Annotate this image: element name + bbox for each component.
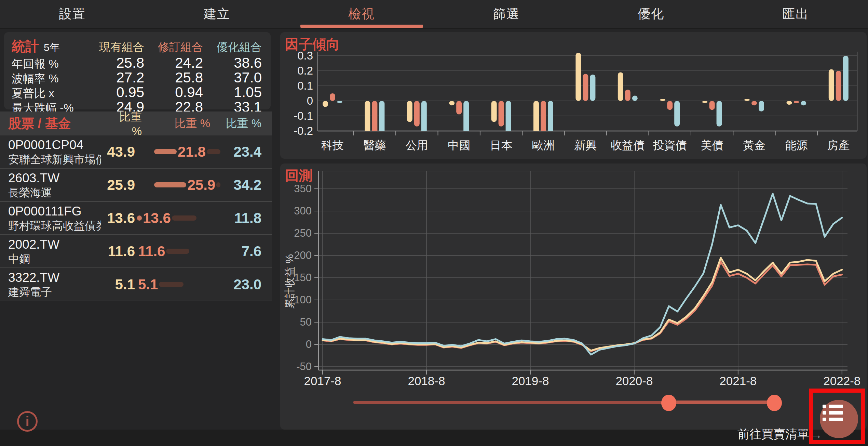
svg-text:美債: 美債 bbox=[701, 139, 723, 152]
svg-text:新興: 新興 bbox=[574, 139, 597, 152]
holding-ticker: 2002.TW bbox=[8, 237, 101, 252]
slider-track bbox=[159, 282, 184, 287]
tab-優化[interactable]: 優化 bbox=[579, 0, 723, 28]
arrow-right-icon: → bbox=[811, 428, 822, 442]
weight-current: 11.6 bbox=[101, 243, 135, 260]
stats-value: 24.2 bbox=[144, 55, 203, 71]
weight-revised-slider[interactable]: 11.6 bbox=[135, 243, 220, 260]
info-icon: i bbox=[25, 414, 29, 429]
stats-value: 1.05 bbox=[203, 84, 262, 101]
tab-篩選[interactable]: 篩選 bbox=[434, 0, 579, 28]
slider-fill bbox=[154, 149, 177, 154]
svg-text:0.1: 0.1 bbox=[297, 79, 313, 92]
tab-檢視[interactable]: 檢視 bbox=[289, 0, 434, 28]
tab-設置[interactable]: 設置 bbox=[0, 0, 145, 28]
weight-current: 13.6 bbox=[101, 210, 135, 226]
weight-header-optimized: 比重 % bbox=[210, 116, 261, 131]
tab-匯出[interactable]: 匯出 bbox=[723, 0, 868, 28]
holding-row-2603.TW[interactable]: 2603.TW長榮海運25.925.934.2 bbox=[0, 169, 272, 202]
factor-chart: 0.30.20.10-0.1-0.2科技醫藥公用中國日本歐洲新興收益債投資債美債… bbox=[280, 32, 867, 159]
stats-row: 年回報 %25.824.238.6 bbox=[12, 55, 262, 69]
go-to-trade-list-link[interactable]: 前往買賣清單 bbox=[737, 426, 809, 442]
tab-label: 建立 bbox=[204, 5, 230, 23]
slider-track bbox=[172, 215, 196, 221]
info-button[interactable]: i bbox=[17, 411, 38, 432]
svg-text:公用: 公用 bbox=[406, 139, 428, 152]
svg-text:200: 200 bbox=[294, 249, 312, 261]
date-range-handle-start[interactable] bbox=[661, 395, 676, 411]
tab-label: 優化 bbox=[638, 5, 664, 23]
holdings-header: 股票 / 基金 比重 % 比重 % 比重 % bbox=[0, 112, 272, 135]
stats-header: 統計 5年 現有組合修訂組合優化組合 bbox=[12, 37, 262, 55]
holding-row-3322.TW[interactable]: 3322.TW建舜電子5.15.123.0 bbox=[0, 268, 272, 301]
weight-optimized: 7.6 bbox=[220, 243, 261, 260]
svg-text:-50: -50 bbox=[296, 360, 312, 372]
holding-row-0P0001CP04[interactable]: 0P0001CP04安聯全球新興市場債43.921.823.4 bbox=[0, 135, 272, 169]
stats-column-header: 現有組合 bbox=[85, 40, 144, 55]
svg-text:-0.1: -0.1 bbox=[294, 109, 313, 122]
svg-text:150: 150 bbox=[294, 272, 312, 284]
weight-revised-slider[interactable]: 25.9 bbox=[135, 177, 220, 193]
holding-name: 長榮海運 bbox=[8, 186, 101, 199]
svg-text:科技: 科技 bbox=[321, 139, 344, 152]
date-range-slider-selected[interactable] bbox=[669, 401, 774, 404]
holding-row-0P000111FG[interactable]: 0P000111FG野村環球高收益債券13.613.611.8 bbox=[0, 202, 272, 235]
holding-ticker: 0P0001CP04 bbox=[8, 137, 101, 153]
svg-text:2020-8: 2020-8 bbox=[615, 374, 653, 388]
weight-revised: 21.8 bbox=[178, 144, 206, 160]
svg-text:300: 300 bbox=[294, 205, 312, 217]
holding-row-2002.TW[interactable]: 2002.TW中鋼11.611.67.6 bbox=[0, 235, 272, 268]
weight-revised-slider[interactable]: 21.8 bbox=[135, 144, 220, 160]
stats-period: 5年 bbox=[44, 41, 60, 55]
svg-text:房產: 房產 bbox=[827, 139, 850, 152]
backtest-chart: 350300250200150100500-502017-82018-82019… bbox=[280, 163, 867, 430]
svg-text:醫藥: 醫藥 bbox=[363, 139, 386, 152]
svg-text:2022-8: 2022-8 bbox=[823, 374, 860, 388]
weight-revised: 13.6 bbox=[143, 210, 171, 226]
svg-text:黃金: 黃金 bbox=[743, 139, 765, 152]
stats-column-header: 修訂組合 bbox=[144, 40, 203, 55]
weight-revised: 25.9 bbox=[187, 177, 215, 193]
weight-revised: 5.1 bbox=[138, 276, 158, 293]
stats-value: 38.6 bbox=[203, 55, 262, 71]
svg-text:中國: 中國 bbox=[448, 139, 470, 152]
list-icon bbox=[820, 400, 846, 426]
stats-column-header: 優化組合 bbox=[203, 40, 262, 55]
portfolio-app: 設置建立檢視篩選優化匯出 統計 5年 現有組合修訂組合優化組合 年回報 %25.… bbox=[0, 0, 868, 446]
weight-optimized: 11.8 bbox=[220, 210, 261, 226]
weight-current: 25.9 bbox=[101, 177, 135, 193]
svg-text:-0.2: -0.2 bbox=[294, 124, 313, 137]
stats-value: 25.8 bbox=[85, 55, 144, 71]
weight-revised: 11.6 bbox=[138, 243, 165, 260]
factor-panel: 因子傾向 0.30.20.10-0.1-0.2科技醫藥公用中國日本歐洲新興收益債… bbox=[280, 32, 867, 159]
tab-label: 檢視 bbox=[348, 5, 375, 23]
svg-text:250: 250 bbox=[294, 227, 312, 239]
stats-row: 波幅率 %27.225.837.0 bbox=[12, 69, 262, 84]
top-nav: 設置建立檢視篩選優化匯出 bbox=[0, 0, 868, 29]
weight-header-current: 比重 % bbox=[109, 109, 142, 138]
slider-fill bbox=[154, 182, 186, 187]
svg-text:能源: 能源 bbox=[785, 139, 808, 152]
weight-revised-slider[interactable]: 13.6 bbox=[135, 210, 220, 226]
svg-text:0: 0 bbox=[306, 338, 312, 350]
slider-track bbox=[207, 149, 220, 154]
weight-current: 5.1 bbox=[101, 276, 135, 293]
tab-label: 篩選 bbox=[493, 5, 520, 23]
date-range-handle-end[interactable] bbox=[767, 395, 782, 411]
svg-text:收益債: 收益債 bbox=[611, 139, 645, 152]
svg-text:50: 50 bbox=[300, 316, 312, 328]
weight-optimized: 34.2 bbox=[220, 177, 261, 193]
stats-value: 37.0 bbox=[203, 69, 262, 86]
trade-list-menu-button[interactable] bbox=[820, 400, 858, 438]
weight-optimized: 23.4 bbox=[220, 144, 261, 160]
date-range-slider-track[interactable] bbox=[353, 401, 669, 404]
holding-ticker: 3322.TW bbox=[8, 270, 101, 285]
backtest-chart-title: 回測 bbox=[285, 166, 312, 185]
svg-text:2018-8: 2018-8 bbox=[408, 374, 445, 388]
svg-text:100: 100 bbox=[294, 294, 312, 306]
svg-text:0.2: 0.2 bbox=[297, 64, 313, 77]
holding-ticker: 0P000111FG bbox=[8, 204, 101, 219]
tab-建立[interactable]: 建立 bbox=[145, 0, 289, 28]
weight-revised-slider[interactable]: 5.1 bbox=[135, 276, 220, 293]
slider-track bbox=[216, 182, 220, 187]
